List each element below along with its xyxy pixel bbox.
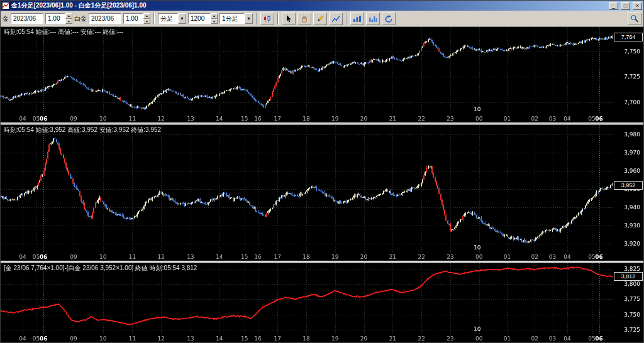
candle-chart-button[interactable] <box>260 13 274 25</box>
refresh-icon <box>384 15 393 23</box>
timeframe-value[interactable]: 1分足 <box>219 13 245 24</box>
window-title: 金1分足[2023/06]1.00 - 白金1分足[2023/06]1.00 <box>11 1 606 10</box>
hand-tool-button[interactable] <box>297 13 311 25</box>
bar-count-spinner[interactable]: 1200 ▲▼ <box>188 13 218 24</box>
trend-line-button[interactable] <box>329 13 343 25</box>
bar-chart-button[interactable] <box>350 13 364 25</box>
spin-up-icon[interactable]: ▲ <box>211 13 218 19</box>
candle-chart-icon <box>263 15 272 23</box>
spread-line-panel: [金 23/06 7,764×1.00]-[白金 23/06 3,952×1.0… <box>1 263 643 342</box>
search-icon <box>630 14 639 23</box>
platinum-last-price: 3,952 <box>614 181 643 190</box>
platinum-multiplier-value[interactable]: 1.00 <box>123 13 143 24</box>
close-button[interactable]: × <box>633 2 642 10</box>
refresh-button[interactable] <box>382 13 396 25</box>
spin-up-icon[interactable]: ▲ <box>143 13 150 19</box>
spin-down-icon[interactable]: ▼ <box>211 19 218 24</box>
cursor-icon <box>284 15 293 23</box>
timeframe-dropdown[interactable]: 1分足 ▼ <box>219 13 253 24</box>
gold-chart-canvas[interactable] <box>1 27 643 122</box>
spin-down-icon[interactable]: ▼ <box>143 19 150 24</box>
platinum-month-field[interactable]: 2023/06 <box>89 13 121 24</box>
toolbar-separator <box>153 13 155 24</box>
toolbar-separator <box>277 13 279 24</box>
histogram-button[interactable] <box>366 13 380 25</box>
hand-icon <box>300 15 309 23</box>
pencil-icon <box>316 15 325 23</box>
platinum-candle-panel: 時刻:05:54 始値:3,952 高値:3,952 安値:3,952 終値:3… <box>1 125 643 261</box>
pencil-tool-button[interactable] <box>313 13 327 25</box>
titlebar[interactable]: 金1分足[2023/06]1.00 - 白金1分足[2023/06]1.00 _… <box>1 1 643 11</box>
bar-chart-icon <box>353 15 362 23</box>
search-button[interactable] <box>628 13 641 25</box>
maximize-button[interactable]: □ <box>621 2 630 10</box>
chevron-down-icon[interactable]: ▼ <box>245 13 253 24</box>
gold-last-price: 7,764 <box>614 33 643 41</box>
spin-down-icon[interactable]: ▼ <box>65 19 72 24</box>
trend-line-icon <box>331 15 340 23</box>
bar-count-value[interactable]: 1200 <box>188 13 211 24</box>
app-icon <box>2 2 9 9</box>
interval-type-dropdown[interactable]: 分足 ▼ <box>158 13 186 24</box>
spread-chart-canvas[interactable] <box>1 263 643 342</box>
interval-type-value[interactable]: 分足 <box>158 13 178 24</box>
gold-month-field[interactable]: 2023/06 <box>11 13 43 24</box>
gold-multiplier-value[interactable]: 1.00 <box>45 13 65 24</box>
gold-candle-panel: 時刻:05:54 始値:--- 高値:--- 安値:--- 終値:--- 7,7… <box>1 27 643 122</box>
gold-multiplier-spinner[interactable]: 1.00 ▲▼ <box>45 13 72 24</box>
chart-window: 金1分足[2023/06]1.00 - 白金1分足[2023/06]1.00 _… <box>0 0 644 343</box>
histogram-icon <box>369 15 377 23</box>
platinum-multiplier-spinner[interactable]: 1.00 ▲▼ <box>123 13 150 24</box>
chart-panels: 時刻:05:54 始値:--- 高値:--- 安値:--- 終値:--- 7,7… <box>1 27 643 342</box>
toolbar-separator <box>346 13 347 24</box>
gold-label: 金 <box>3 14 9 23</box>
toolbar: 金 2023/06 1.00 ▲▼ 白金 2023/06 1.00 ▲▼ 分足 … <box>1 11 643 27</box>
platinum-label: 白金 <box>74 14 87 23</box>
spread-last-price: 3,812 <box>614 272 643 281</box>
minimize-button[interactable]: _ <box>609 2 618 10</box>
cursor-tool-button[interactable] <box>282 13 296 25</box>
toolbar-separator <box>256 13 257 24</box>
spin-up-icon[interactable]: ▲ <box>65 13 72 19</box>
platinum-chart-canvas[interactable] <box>1 125 643 261</box>
chevron-down-icon[interactable]: ▼ <box>178 13 186 24</box>
